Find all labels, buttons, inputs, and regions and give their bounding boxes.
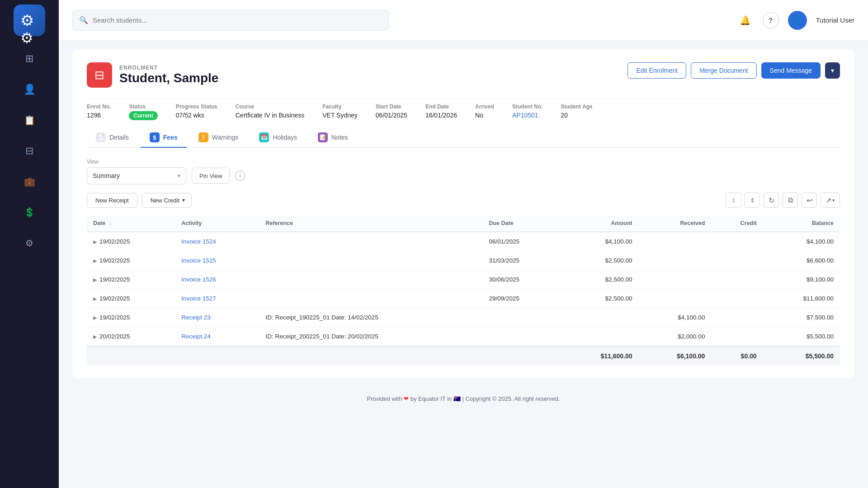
activity-link[interactable]: Invoice 1526 [181, 276, 216, 283]
send-message-button[interactable]: Send Message [761, 62, 821, 79]
search-icon: 🔍 [79, 16, 88, 24]
fees-toolbar: New Receipt New Credit ▾ ↕ ⇕ ↻ [87, 192, 840, 208]
cell-amount [560, 327, 639, 347]
enrol-no-field: Enrol No. 1296 [87, 103, 111, 119]
table-row: ▶19/02/2025Invoice 152531/03/2025$2,500.… [87, 251, 840, 270]
activity-link[interactable]: Receipt 23 [181, 314, 211, 321]
faculty-value: VET Sydney [322, 112, 358, 119]
new-receipt-button[interactable]: New Receipt [87, 193, 137, 208]
expand-arrow[interactable]: ▶ [93, 334, 97, 339]
totals-spacer [87, 346, 560, 366]
pin-view-button[interactable]: Pin View [192, 168, 230, 184]
student-no-value[interactable]: AP10501 [512, 112, 542, 119]
activity-link[interactable]: Receipt 24 [181, 333, 211, 340]
view-select-dropdown[interactable]: Summary ▾ [87, 167, 186, 184]
view-label: View [87, 159, 840, 165]
caret-icon: ▾ [831, 67, 834, 74]
export-button[interactable]: ↗ ▾ [821, 192, 840, 208]
cell-activity: Invoice 1527 [175, 289, 259, 308]
arrived-label: Arrived [475, 103, 494, 110]
activity-link[interactable]: Invoice 1524 [181, 238, 216, 245]
cell-credit [711, 289, 763, 308]
expand-arrow[interactable]: ▶ [93, 277, 97, 282]
tab-warnings[interactable]: ! Warnings [189, 128, 248, 148]
user-name[interactable]: Tutorial User [816, 16, 854, 24]
footer-text-after: by Equator IT in 🇦🇺 | Copyright © 2025. … [410, 395, 560, 402]
expand-arrow[interactable]: ▶ [93, 258, 97, 263]
enrol-no-value: 1296 [87, 112, 111, 119]
tab-fees-label: Fees [163, 134, 178, 141]
tabs: 📄 Details $ Fees ! Warnings 📅 Holidays 📝 [87, 128, 840, 148]
undo-icon: ↩ [807, 196, 812, 205]
expand-arrow[interactable]: ▶ [93, 239, 97, 244]
expand-all-button[interactable]: ⇕ [745, 192, 760, 208]
collapse-all-button[interactable]: ↕ [726, 192, 741, 208]
sidebar-item-students[interactable]: 👤 [14, 76, 45, 103]
cell-due-date: 31/03/2025 [482, 251, 559, 270]
table-header-row: Date ↕ Activity Reference Due Date Amoun… [87, 215, 840, 232]
edit-enrolment-button[interactable]: Edit Enrolment [627, 62, 686, 79]
tab-notes[interactable]: 📝 Notes [309, 128, 357, 148]
expand-all-icon: ⇕ [750, 197, 755, 204]
tab-holidays[interactable]: 📅 Holidays [250, 128, 306, 148]
total-amount: $11,600.00 [560, 346, 639, 366]
table-row: ▶19/02/2025Invoice 152630/06/2025$2,500.… [87, 270, 840, 289]
cell-received [639, 270, 712, 289]
col-reference: Reference [259, 215, 483, 232]
cell-received [639, 251, 712, 270]
cell-date: ▶19/02/2025 [87, 308, 175, 327]
tab-details-label: Details [109, 134, 129, 141]
sidebar-item-briefcase[interactable]: 💼 [14, 168, 45, 195]
tab-warnings-label: Warnings [212, 134, 239, 141]
help-icon: ? [769, 16, 773, 24]
sidebar-item-dashboard[interactable]: ⊞ [14, 45, 45, 72]
status-value: Current [129, 112, 157, 119]
start-date-value: 06/01/2025 [376, 112, 407, 119]
new-credit-button[interactable]: New Credit ▾ [142, 193, 192, 208]
sidebar-item-table[interactable]: ⊟ [14, 137, 45, 164]
cell-due-date [482, 308, 559, 327]
actions-dropdown-button[interactable]: ▾ [825, 62, 840, 79]
arrived-field: Arrived No [475, 103, 494, 119]
start-date-label: Start Date [376, 103, 407, 110]
activity-link[interactable]: Invoice 1525 [181, 257, 216, 264]
enrolment-left: ⊟ ENROLMENT Student, Sample [87, 62, 218, 88]
copy-button[interactable]: ⧉ [783, 192, 798, 208]
user-avatar[interactable]: 👤 [788, 11, 807, 30]
app-logo[interactable]: ⚙ [14, 5, 45, 36]
tab-notes-label: Notes [331, 134, 348, 141]
expand-arrow[interactable]: ▶ [93, 315, 97, 320]
info-circle-button[interactable]: i [235, 171, 245, 181]
sidebar-item-billing[interactable]: 💲 [14, 199, 45, 226]
enrolment-actions: Edit Enrolment Merge Document Send Messa… [627, 62, 840, 79]
cell-date: ▶19/02/2025 [87, 232, 175, 251]
search-box[interactable]: 🔍 [72, 10, 389, 31]
end-date-label: End Date [425, 103, 457, 110]
notification-button[interactable]: 🔔 [737, 12, 754, 28]
enrolment-icon: ⊟ [87, 62, 112, 88]
progress-field: Progress Status 07/52 wks [176, 103, 217, 119]
expand-arrow[interactable]: ▶ [93, 296, 97, 301]
tab-fees[interactable]: $ Fees [141, 128, 187, 148]
merge-document-button[interactable]: Merge Document [691, 62, 756, 79]
info-icon: i [240, 173, 241, 179]
help-button[interactable]: ? [763, 12, 779, 28]
tab-details[interactable]: 📄 Details [87, 128, 138, 148]
refresh-button[interactable]: ↻ [764, 192, 779, 208]
sidebar-item-documents[interactable]: 📋 [14, 107, 45, 134]
cell-balance: $5,500.00 [763, 327, 840, 347]
cell-due-date: 29/09/2025 [482, 289, 559, 308]
sidebar-item-settings[interactable]: ⚙ [14, 230, 45, 257]
export-icon: ↗ [826, 196, 831, 205]
col-activity: Activity [175, 215, 259, 232]
warnings-tab-icon: ! [198, 132, 208, 142]
footer: Provided with ❤ by Equator IT in 🇦🇺 | Co… [72, 387, 854, 410]
enrolment-card: ⊟ ENROLMENT Student, Sample Edit Enrolme… [72, 50, 854, 378]
faculty-field: Faculty VET Sydney [322, 103, 358, 119]
cell-date: ▶20/02/2025 [87, 327, 175, 347]
activity-link[interactable]: Invoice 1527 [181, 295, 216, 302]
undo-button[interactable]: ↩ [802, 192, 817, 208]
view-select-value: Summary [93, 172, 120, 179]
search-input[interactable] [93, 16, 382, 24]
enrolment-student-name: Student, Sample [119, 71, 218, 85]
